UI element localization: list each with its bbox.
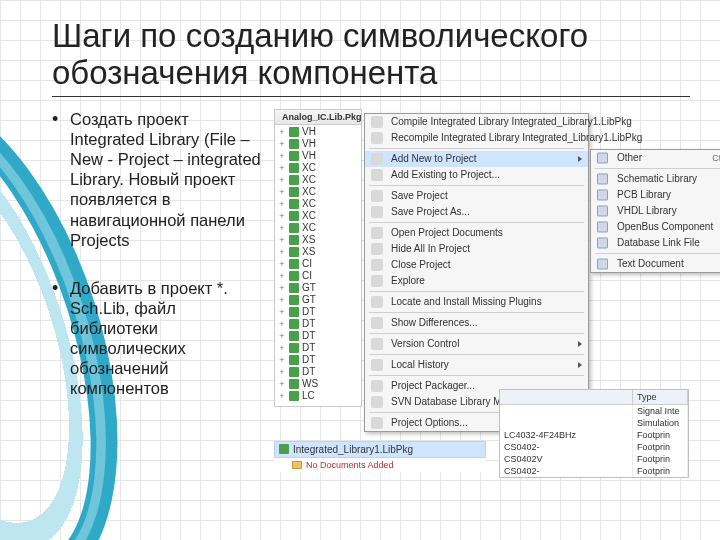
bullet-item-2: Добавить в проект *. Sch.Lib, файл библи…	[52, 278, 262, 399]
expand-icon[interactable]: +	[278, 198, 286, 210]
submenu-item[interactable]: Schematic Library	[591, 171, 720, 187]
models-panel-row[interactable]: CS0402VFootprin	[500, 453, 688, 465]
tree-item[interactable]: +VH	[277, 138, 359, 150]
tree-item-label: DT	[302, 342, 315, 354]
project-context-menu[interactable]: Compile Integrated Library Integrated_Li…	[364, 113, 589, 432]
context-menu-item[interactable]: Close Project	[365, 257, 588, 273]
add-new-submenu[interactable]: OtherCtrl+NSchematic LibraryPCB LibraryV…	[590, 149, 720, 273]
models-col2-header: Type	[633, 390, 688, 404]
expand-icon[interactable]: +	[278, 270, 286, 282]
submenu-item[interactable]: Text Document	[591, 256, 720, 272]
submenu-item[interactable]: OtherCtrl+N	[591, 150, 720, 166]
file-icon	[289, 259, 299, 269]
tree-item[interactable]: +GT	[277, 282, 359, 294]
expand-icon[interactable]: +	[278, 294, 286, 306]
tree-item[interactable]: +GT	[277, 294, 359, 306]
expand-icon[interactable]: +	[278, 390, 286, 402]
expand-icon[interactable]: +	[278, 138, 286, 150]
models-col1-cell: CS0402V	[500, 453, 633, 465]
tree-item[interactable]: +CI	[277, 258, 359, 270]
tree-item-label: XC	[302, 198, 316, 210]
submenu-item[interactable]: OpenBus Component	[591, 219, 720, 235]
tree-item[interactable]: +DT	[277, 318, 359, 330]
project-tree-items[interactable]: +VH+VH+VH+XC+XC+XC+XC+XC+XC+XS+XS+CI+CI+…	[275, 125, 361, 406]
tree-item[interactable]: +XC	[277, 210, 359, 222]
tree-item[interactable]: +DT	[277, 330, 359, 342]
tree-item[interactable]: +XC	[277, 174, 359, 186]
tree-item[interactable]: +CI	[277, 270, 359, 282]
expand-icon[interactable]: +	[278, 162, 286, 174]
expand-icon[interactable]: +	[278, 318, 286, 330]
context-menu-item[interactable]: Add Existing to Project...	[365, 167, 588, 183]
models-panel[interactable]: Type Signal InteSimulationLC4032-4F24BHz…	[499, 389, 689, 478]
tree-item[interactable]: +XC	[277, 222, 359, 234]
shortcut-label: Ctrl+N	[712, 153, 720, 163]
expand-icon[interactable]: +	[278, 222, 286, 234]
expand-icon[interactable]: +	[278, 258, 286, 270]
expand-icon[interactable]: +	[278, 126, 286, 138]
models-panel-row[interactable]: Signal Inte	[500, 405, 688, 417]
tree-item[interactable]: +DT	[277, 366, 359, 378]
context-menu-item[interactable]: Show Differences...	[365, 315, 588, 331]
expand-icon[interactable]: +	[278, 366, 286, 378]
models-panel-row[interactable]: LC4032-4F24BHzFootprin	[500, 429, 688, 441]
tree-item[interactable]: +LC	[277, 390, 359, 402]
expand-icon[interactable]: +	[278, 354, 286, 366]
expand-icon[interactable]: +	[278, 246, 286, 258]
context-menu-item[interactable]: Save Project	[365, 188, 588, 204]
expand-icon[interactable]: +	[278, 234, 286, 246]
menu-separator	[369, 312, 584, 313]
models-panel-row[interactable]: CS0402-Footprin	[500, 441, 688, 453]
submenu-item[interactable]: VHDL Library	[591, 203, 720, 219]
file-icon	[289, 271, 299, 281]
expand-icon[interactable]: +	[278, 186, 286, 198]
submenu-item-icon	[597, 221, 608, 232]
expand-icon[interactable]: +	[278, 282, 286, 294]
models-panel-row[interactable]: CS0402-Footprin	[500, 465, 688, 477]
submenu-item[interactable]: PCB Library	[591, 187, 720, 203]
context-menu-item[interactable]: Save Project As...	[365, 204, 588, 220]
tree-item[interactable]: +VH	[277, 150, 359, 162]
context-menu-item[interactable]: Explore	[365, 273, 588, 289]
selected-library-row[interactable]: Integrated_Library1.LibPkg	[274, 441, 486, 458]
expand-icon[interactable]: +	[278, 378, 286, 390]
tree-item[interactable]: +XS	[277, 246, 359, 258]
menu-item-label: Add Existing to Project...	[391, 169, 500, 180]
file-icon	[289, 187, 299, 197]
tree-item[interactable]: +DT	[277, 306, 359, 318]
tree-item[interactable]: +WS	[277, 378, 359, 390]
tree-item[interactable]: +XS	[277, 234, 359, 246]
tree-item-label: XC	[302, 162, 316, 174]
context-menu-item[interactable]: Open Project Documents	[365, 225, 588, 241]
tree-item[interactable]: +XC	[277, 198, 359, 210]
context-menu-item[interactable]: Local History	[365, 357, 588, 373]
context-menu-item[interactable]: Hide All In Project	[365, 241, 588, 257]
expand-icon[interactable]: +	[278, 210, 286, 222]
tree-item[interactable]: +DT	[277, 354, 359, 366]
tree-item-label: XC	[302, 222, 316, 234]
submenu-item-label: Database Link File	[617, 237, 700, 248]
models-col2-cell: Footprin	[633, 429, 688, 441]
expand-icon[interactable]: +	[278, 306, 286, 318]
context-menu-item[interactable]: Version Control	[365, 336, 588, 352]
models-col1-cell: CS0402-	[500, 465, 633, 477]
file-icon	[289, 379, 299, 389]
submenu-item[interactable]: Database Link File	[591, 235, 720, 251]
context-menu-item[interactable]: Add New to Project	[365, 151, 588, 167]
tree-item[interactable]: +XC	[277, 162, 359, 174]
context-menu-item[interactable]: Compile Integrated Library Integrated_Li…	[365, 114, 588, 130]
library-icon	[279, 444, 289, 454]
expand-icon[interactable]: +	[278, 174, 286, 186]
context-menu-item[interactable]: Recompile Integrated Library Integrated_…	[365, 130, 588, 146]
menu-item-icon	[371, 296, 383, 308]
project-tree[interactable]: Analog_IC.Lib.Pkg +VH+VH+VH+XC+XC+XC+XC+…	[274, 109, 362, 407]
tree-item-label: XC	[302, 174, 316, 186]
expand-icon[interactable]: +	[278, 342, 286, 354]
tree-item[interactable]: +DT	[277, 342, 359, 354]
context-menu-item[interactable]: Locate and Install Missing Plugins	[365, 294, 588, 310]
expand-icon[interactable]: +	[278, 330, 286, 342]
models-panel-row[interactable]: Simulation	[500, 417, 688, 429]
expand-icon[interactable]: +	[278, 150, 286, 162]
tree-item[interactable]: +VH	[277, 126, 359, 138]
tree-item[interactable]: +XC	[277, 186, 359, 198]
